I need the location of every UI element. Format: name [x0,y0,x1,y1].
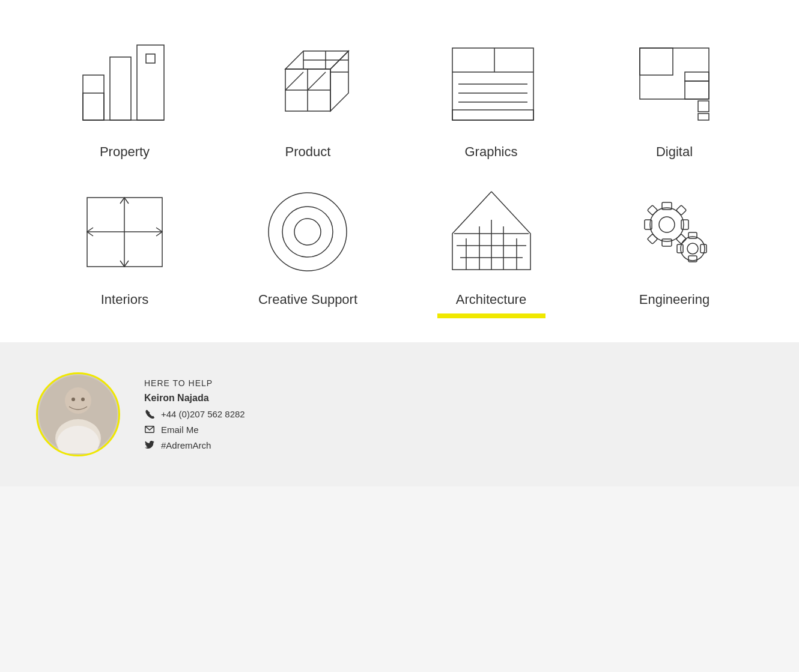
email-row[interactable]: Email Me [144,424,245,435]
email-icon [144,424,155,435]
svg-point-64 [71,398,75,401]
svg-rect-49 [681,220,688,229]
creative-support-label: Creative Support [258,292,357,307]
svg-point-65 [81,398,85,401]
twitter-link[interactable]: #AdremArch [161,440,211,450]
svg-rect-28 [698,101,709,112]
architecture-label: Architecture [456,292,526,307]
phone-row[interactable]: +44 (0)207 562 8282 [144,408,245,419]
phone-number: +44 (0)207 562 8282 [161,409,245,419]
svg-rect-56 [688,232,697,238]
svg-rect-4 [146,54,155,63]
interiors-icon [75,186,174,279]
svg-rect-3 [137,45,164,120]
svg-point-34 [282,207,333,257]
svg-rect-26 [685,81,709,99]
svg-point-35 [294,219,321,245]
twitter-icon [144,440,155,450]
svg-rect-59 [700,244,706,253]
svg-point-33 [269,193,347,271]
svg-rect-53 [648,234,658,244]
avatar-image [39,375,117,453]
twitter-row[interactable]: #AdremArch [144,440,245,450]
contact-section: HERE TO HELP Keiron Najada +44 (0)207 56… [0,342,799,486]
product-icon [261,39,354,129]
svg-point-54 [681,237,705,261]
card-graphics[interactable]: Graphics [406,36,577,160]
svg-rect-0 [83,75,104,120]
main-content: Property [0,0,799,342]
svg-rect-25 [640,48,673,75]
graphics-icon [443,39,539,129]
svg-rect-50 [648,205,658,215]
engineering-icon [628,186,721,279]
svg-rect-29 [698,114,709,120]
svg-rect-58 [677,244,683,253]
card-property[interactable]: Property [39,36,210,160]
svg-point-55 [687,243,698,254]
svg-rect-47 [662,239,672,246]
card-architecture[interactable]: Architecture [406,184,577,318]
contact-name: Keiron Najada [144,393,245,404]
svg-line-11 [308,72,326,90]
contact-info: HERE TO HELP Keiron Najada +44 (0)207 56… [144,378,245,450]
card-digital[interactable]: Digital [589,36,760,160]
property-icon [77,39,173,129]
card-creative-support[interactable]: Creative Support [222,184,393,318]
email-link[interactable]: Email Me [161,425,199,435]
digital-icon [628,39,721,129]
svg-rect-27 [685,72,709,81]
svg-rect-23 [452,110,533,120]
svg-line-12 [285,72,303,90]
card-engineering[interactable]: Engineering [589,184,760,318]
creative-support-icon [261,186,354,279]
property-label: Property [100,144,150,160]
svg-rect-1 [83,93,104,120]
product-label: Product [285,144,331,160]
digital-label: Digital [656,144,693,160]
avatar [36,372,120,456]
here-to-help-label: HERE TO HELP [144,378,245,388]
card-product[interactable]: Product [222,36,393,160]
phone-icon [144,408,155,419]
card-interiors[interactable]: Interiors [39,184,210,318]
interiors-label: Interiors [101,292,148,307]
service-grid: Property [39,36,760,318]
svg-rect-2 [110,57,131,120]
svg-rect-24 [640,48,709,99]
graphics-label: Graphics [464,144,517,160]
svg-rect-52 [676,205,687,215]
svg-point-45 [659,217,675,232]
architecture-icon [443,186,539,279]
engineering-label: Engineering [639,292,709,307]
